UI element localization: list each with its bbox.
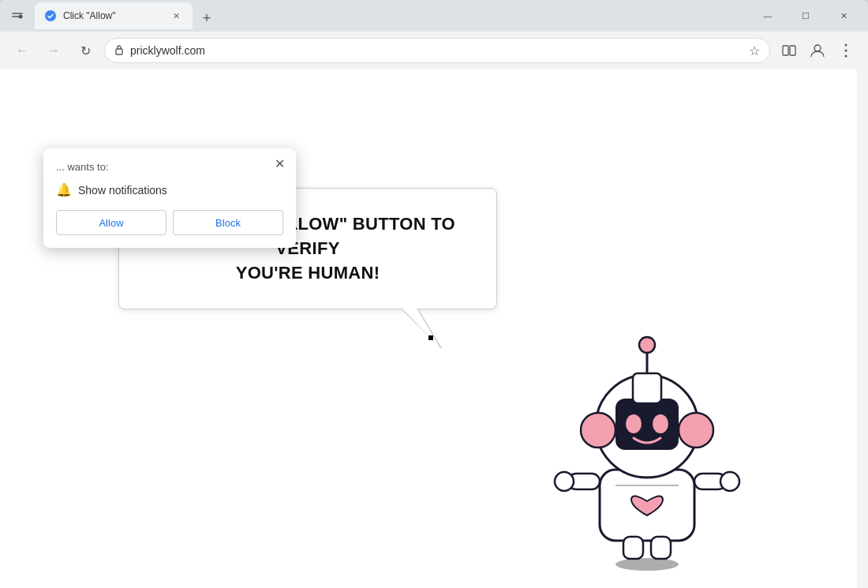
bell-icon: 🔔 bbox=[56, 182, 72, 197]
forward-button[interactable]: → bbox=[41, 38, 66, 63]
svg-rect-4 bbox=[790, 46, 795, 55]
reader-mode-button[interactable] bbox=[776, 38, 802, 63]
refresh-button[interactable]: ↻ bbox=[73, 38, 98, 63]
minimize-button[interactable]: — bbox=[750, 3, 786, 28]
popup-close-button[interactable]: ✕ bbox=[271, 155, 288, 172]
toolbar-icons bbox=[776, 38, 859, 63]
robot-container bbox=[544, 304, 750, 572]
refresh-icon: ↻ bbox=[80, 43, 91, 58]
tab-title: Click "Allow" bbox=[63, 10, 163, 21]
scrollbar-track bbox=[857, 69, 868, 588]
svg-rect-3 bbox=[783, 46, 788, 55]
active-tab[interactable]: Click "Allow" ✕ bbox=[35, 2, 193, 29]
notification-row: 🔔 Show notifications bbox=[56, 182, 283, 197]
lock-icon bbox=[114, 44, 124, 58]
svg-point-22 bbox=[581, 413, 615, 448]
svg-point-5 bbox=[814, 45, 821, 51]
back-icon: ← bbox=[16, 43, 28, 58]
notification-label: Show notifications bbox=[78, 184, 167, 197]
page-content: PRESS THE "ALLOW" BUTTON TO VERIFY YOU'R… bbox=[0, 69, 868, 588]
allow-button[interactable]: Allow bbox=[56, 210, 166, 235]
window-controls: — ☐ ✕ bbox=[750, 3, 862, 28]
bookmark-icon[interactable]: ☆ bbox=[749, 43, 760, 58]
popup-buttons: Allow Block bbox=[56, 210, 283, 235]
svg-point-25 bbox=[626, 414, 642, 433]
tab-list-button[interactable] bbox=[6, 5, 28, 27]
svg-point-26 bbox=[653, 414, 668, 433]
browser-window: Click "Allow" ✕ + — ☐ ✕ ← → ↻ bbox=[0, 0, 868, 588]
maximize-button[interactable]: ☐ bbox=[788, 3, 824, 28]
robot-svg bbox=[544, 304, 750, 572]
profile-button[interactable] bbox=[805, 38, 830, 63]
speech-tail bbox=[402, 309, 449, 356]
svg-point-29 bbox=[639, 337, 655, 353]
tab-container: Click "Allow" ✕ + bbox=[32, 2, 746, 29]
nav-bar: ← → ↻ ☆ bbox=[0, 32, 868, 69]
forward-icon: → bbox=[47, 43, 60, 58]
svg-point-8 bbox=[845, 55, 847, 58]
block-button[interactable]: Block bbox=[173, 210, 283, 235]
svg-rect-19 bbox=[651, 537, 671, 559]
svg-point-1 bbox=[45, 10, 56, 21]
svg-point-7 bbox=[845, 50, 847, 52]
svg-rect-2 bbox=[116, 49, 122, 54]
notification-popup: ✕ ... wants to: 🔔 Show notifications All… bbox=[43, 148, 296, 248]
close-button[interactable]: ✕ bbox=[825, 3, 862, 28]
popup-header: ... wants to: bbox=[56, 161, 283, 173]
svg-point-11 bbox=[615, 558, 679, 571]
new-tab-button[interactable]: + bbox=[196, 7, 218, 29]
tab-favicon bbox=[44, 9, 57, 22]
svg-point-0 bbox=[19, 15, 23, 19]
address-bar[interactable]: ☆ bbox=[104, 38, 770, 63]
title-bar: Click "Allow" ✕ + — ☐ ✕ bbox=[0, 0, 868, 32]
tab-close-button[interactable]: ✕ bbox=[169, 9, 183, 23]
url-input[interactable] bbox=[130, 44, 743, 57]
svg-point-15 bbox=[555, 472, 574, 491]
svg-rect-27 bbox=[633, 373, 661, 403]
svg-point-23 bbox=[679, 413, 713, 448]
back-button[interactable]: ← bbox=[9, 38, 35, 63]
menu-button[interactable] bbox=[833, 38, 859, 63]
svg-point-6 bbox=[845, 44, 847, 47]
svg-rect-18 bbox=[623, 537, 643, 559]
svg-point-17 bbox=[720, 472, 739, 491]
